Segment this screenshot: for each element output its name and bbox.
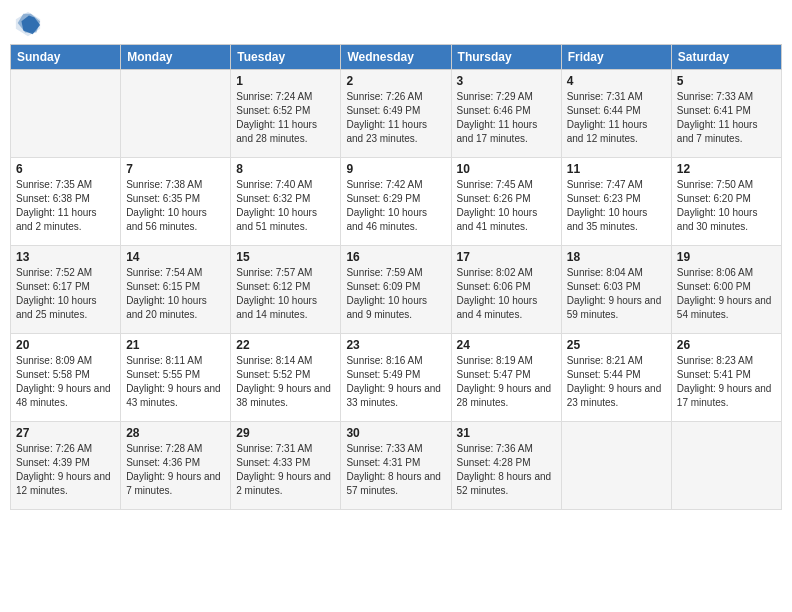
calendar-cell: [121, 70, 231, 158]
logo-icon: [14, 10, 42, 38]
day-info: Sunrise: 7:57 AMSunset: 6:12 PMDaylight:…: [236, 266, 335, 322]
day-info: Sunrise: 7:24 AMSunset: 6:52 PMDaylight:…: [236, 90, 335, 146]
day-info: Sunrise: 7:50 AMSunset: 6:20 PMDaylight:…: [677, 178, 776, 234]
day-info: Sunrise: 8:16 AMSunset: 5:49 PMDaylight:…: [346, 354, 445, 410]
weekday-header: Saturday: [671, 45, 781, 70]
day-number: 11: [567, 162, 666, 176]
logo: [14, 10, 46, 38]
calendar-cell: 5Sunrise: 7:33 AMSunset: 6:41 PMDaylight…: [671, 70, 781, 158]
day-info: Sunrise: 8:06 AMSunset: 6:00 PMDaylight:…: [677, 266, 776, 322]
day-number: 1: [236, 74, 335, 88]
day-number: 3: [457, 74, 556, 88]
calendar-week-row: 1Sunrise: 7:24 AMSunset: 6:52 PMDaylight…: [11, 70, 782, 158]
calendar-cell: 12Sunrise: 7:50 AMSunset: 6:20 PMDayligh…: [671, 158, 781, 246]
calendar-cell: 28Sunrise: 7:28 AMSunset: 4:36 PMDayligh…: [121, 422, 231, 510]
calendar-cell: 7Sunrise: 7:38 AMSunset: 6:35 PMDaylight…: [121, 158, 231, 246]
day-number: 26: [677, 338, 776, 352]
day-number: 20: [16, 338, 115, 352]
day-info: Sunrise: 7:33 AMSunset: 6:41 PMDaylight:…: [677, 90, 776, 146]
day-number: 23: [346, 338, 445, 352]
day-number: 6: [16, 162, 115, 176]
calendar-cell: 2Sunrise: 7:26 AMSunset: 6:49 PMDaylight…: [341, 70, 451, 158]
day-info: Sunrise: 7:29 AMSunset: 6:46 PMDaylight:…: [457, 90, 556, 146]
day-number: 16: [346, 250, 445, 264]
calendar-cell: 17Sunrise: 8:02 AMSunset: 6:06 PMDayligh…: [451, 246, 561, 334]
calendar-cell: 10Sunrise: 7:45 AMSunset: 6:26 PMDayligh…: [451, 158, 561, 246]
day-number: 14: [126, 250, 225, 264]
weekday-header: Monday: [121, 45, 231, 70]
weekday-header: Wednesday: [341, 45, 451, 70]
calendar-header-row: SundayMondayTuesdayWednesdayThursdayFrid…: [11, 45, 782, 70]
day-number: 8: [236, 162, 335, 176]
calendar-cell: 24Sunrise: 8:19 AMSunset: 5:47 PMDayligh…: [451, 334, 561, 422]
day-number: 4: [567, 74, 666, 88]
day-info: Sunrise: 8:14 AMSunset: 5:52 PMDaylight:…: [236, 354, 335, 410]
calendar-cell: 23Sunrise: 8:16 AMSunset: 5:49 PMDayligh…: [341, 334, 451, 422]
day-info: Sunrise: 7:42 AMSunset: 6:29 PMDaylight:…: [346, 178, 445, 234]
calendar-cell: [11, 70, 121, 158]
day-info: Sunrise: 8:04 AMSunset: 6:03 PMDaylight:…: [567, 266, 666, 322]
calendar-week-row: 6Sunrise: 7:35 AMSunset: 6:38 PMDaylight…: [11, 158, 782, 246]
day-number: 2: [346, 74, 445, 88]
day-info: Sunrise: 7:28 AMSunset: 4:36 PMDaylight:…: [126, 442, 225, 498]
day-info: Sunrise: 7:31 AMSunset: 6:44 PMDaylight:…: [567, 90, 666, 146]
calendar-cell: 27Sunrise: 7:26 AMSunset: 4:39 PMDayligh…: [11, 422, 121, 510]
day-info: Sunrise: 7:47 AMSunset: 6:23 PMDaylight:…: [567, 178, 666, 234]
page-header: [10, 10, 782, 38]
day-info: Sunrise: 7:45 AMSunset: 6:26 PMDaylight:…: [457, 178, 556, 234]
day-number: 27: [16, 426, 115, 440]
day-info: Sunrise: 7:59 AMSunset: 6:09 PMDaylight:…: [346, 266, 445, 322]
weekday-header: Sunday: [11, 45, 121, 70]
calendar-cell: 21Sunrise: 8:11 AMSunset: 5:55 PMDayligh…: [121, 334, 231, 422]
day-number: 19: [677, 250, 776, 264]
calendar-cell: 20Sunrise: 8:09 AMSunset: 5:58 PMDayligh…: [11, 334, 121, 422]
calendar-table: SundayMondayTuesdayWednesdayThursdayFrid…: [10, 44, 782, 510]
day-number: 29: [236, 426, 335, 440]
day-info: Sunrise: 7:36 AMSunset: 4:28 PMDaylight:…: [457, 442, 556, 498]
calendar-cell: [671, 422, 781, 510]
weekday-header: Thursday: [451, 45, 561, 70]
weekday-header: Friday: [561, 45, 671, 70]
weekday-header: Tuesday: [231, 45, 341, 70]
calendar-cell: 26Sunrise: 8:23 AMSunset: 5:41 PMDayligh…: [671, 334, 781, 422]
day-number: 28: [126, 426, 225, 440]
day-info: Sunrise: 7:35 AMSunset: 6:38 PMDaylight:…: [16, 178, 115, 234]
day-number: 17: [457, 250, 556, 264]
day-number: 24: [457, 338, 556, 352]
day-info: Sunrise: 8:23 AMSunset: 5:41 PMDaylight:…: [677, 354, 776, 410]
day-number: 18: [567, 250, 666, 264]
day-number: 7: [126, 162, 225, 176]
day-number: 15: [236, 250, 335, 264]
calendar-cell: 8Sunrise: 7:40 AMSunset: 6:32 PMDaylight…: [231, 158, 341, 246]
day-info: Sunrise: 8:11 AMSunset: 5:55 PMDaylight:…: [126, 354, 225, 410]
day-number: 5: [677, 74, 776, 88]
day-info: Sunrise: 8:19 AMSunset: 5:47 PMDaylight:…: [457, 354, 556, 410]
calendar-week-row: 20Sunrise: 8:09 AMSunset: 5:58 PMDayligh…: [11, 334, 782, 422]
calendar-cell: 25Sunrise: 8:21 AMSunset: 5:44 PMDayligh…: [561, 334, 671, 422]
day-number: 12: [677, 162, 776, 176]
calendar-cell: 6Sunrise: 7:35 AMSunset: 6:38 PMDaylight…: [11, 158, 121, 246]
day-number: 25: [567, 338, 666, 352]
day-number: 31: [457, 426, 556, 440]
day-number: 10: [457, 162, 556, 176]
day-number: 9: [346, 162, 445, 176]
calendar-cell: 30Sunrise: 7:33 AMSunset: 4:31 PMDayligh…: [341, 422, 451, 510]
calendar-cell: 31Sunrise: 7:36 AMSunset: 4:28 PMDayligh…: [451, 422, 561, 510]
day-info: Sunrise: 7:40 AMSunset: 6:32 PMDaylight:…: [236, 178, 335, 234]
calendar-week-row: 13Sunrise: 7:52 AMSunset: 6:17 PMDayligh…: [11, 246, 782, 334]
calendar-cell: 1Sunrise: 7:24 AMSunset: 6:52 PMDaylight…: [231, 70, 341, 158]
calendar-cell: 18Sunrise: 8:04 AMSunset: 6:03 PMDayligh…: [561, 246, 671, 334]
day-info: Sunrise: 7:31 AMSunset: 4:33 PMDaylight:…: [236, 442, 335, 498]
calendar-cell: 4Sunrise: 7:31 AMSunset: 6:44 PMDaylight…: [561, 70, 671, 158]
calendar-cell: 15Sunrise: 7:57 AMSunset: 6:12 PMDayligh…: [231, 246, 341, 334]
day-number: 21: [126, 338, 225, 352]
day-number: 13: [16, 250, 115, 264]
calendar-cell: 19Sunrise: 8:06 AMSunset: 6:00 PMDayligh…: [671, 246, 781, 334]
calendar-cell: 16Sunrise: 7:59 AMSunset: 6:09 PMDayligh…: [341, 246, 451, 334]
calendar-cell: 13Sunrise: 7:52 AMSunset: 6:17 PMDayligh…: [11, 246, 121, 334]
day-info: Sunrise: 7:33 AMSunset: 4:31 PMDaylight:…: [346, 442, 445, 498]
calendar-cell: 14Sunrise: 7:54 AMSunset: 6:15 PMDayligh…: [121, 246, 231, 334]
calendar-cell: 11Sunrise: 7:47 AMSunset: 6:23 PMDayligh…: [561, 158, 671, 246]
calendar-cell: 22Sunrise: 8:14 AMSunset: 5:52 PMDayligh…: [231, 334, 341, 422]
calendar-body: 1Sunrise: 7:24 AMSunset: 6:52 PMDaylight…: [11, 70, 782, 510]
